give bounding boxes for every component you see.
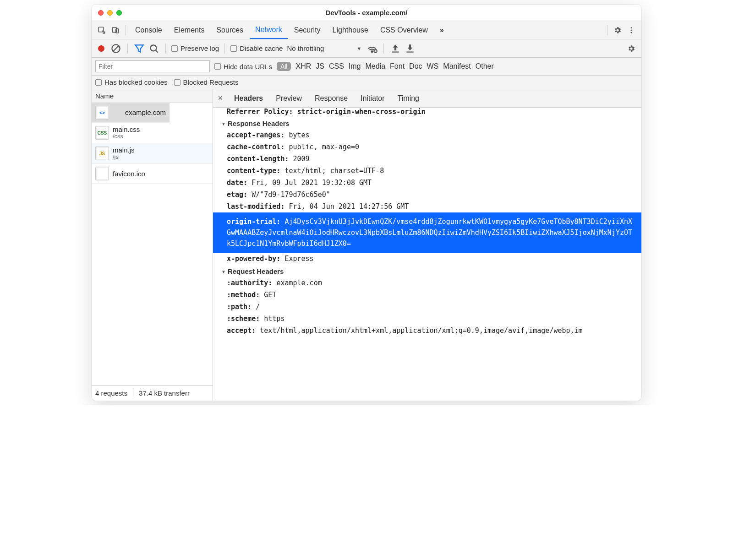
download-har-icon[interactable] xyxy=(404,43,416,54)
divider xyxy=(165,43,166,54)
filter-type-media[interactable]: Media xyxy=(365,62,385,71)
window-title: DevTools - example.com/ xyxy=(92,9,641,16)
settings-icon[interactable] xyxy=(611,24,624,37)
network-conditions-icon[interactable] xyxy=(366,43,378,54)
detail-tab-initiator[interactable]: Initiator xyxy=(354,89,391,107)
checkbox-icon xyxy=(171,45,178,52)
blocked-requests-label: Blocked Requests xyxy=(183,78,239,86)
close-window-icon[interactable] xyxy=(98,10,104,16)
svg-point-3 xyxy=(631,27,632,28)
request-path: /js xyxy=(113,154,135,161)
header-line[interactable]: etag: W/"7d9-179d76c65e0" xyxy=(213,189,641,201)
divider xyxy=(127,43,128,54)
header-line[interactable]: last-modified: Fri, 04 Jun 2021 14:27:56… xyxy=(213,201,641,212)
detail-tab-timing[interactable]: Timing xyxy=(391,89,426,107)
has-blocked-cookies-checkbox[interactable]: Has blocked cookies xyxy=(95,78,168,86)
request-row[interactable]: favicon.ico xyxy=(92,164,213,184)
header-line[interactable]: content-type: text/html; charset=UTF-8 xyxy=(213,165,641,177)
filter-type-css[interactable]: CSS xyxy=(329,62,344,71)
tab-css-overview[interactable]: CSS Overview xyxy=(375,21,433,39)
preserve-log-label: Preserve log xyxy=(181,44,219,52)
throttling-value: No throttling xyxy=(287,44,324,52)
filter-type-font[interactable]: Font xyxy=(390,62,405,71)
request-list-pane: Name <> example.com CSS main.css /css xyxy=(92,89,213,401)
svg-point-7 xyxy=(150,45,156,51)
tab-elements[interactable]: Elements xyxy=(169,21,210,39)
request-row[interactable]: <> example.com xyxy=(92,103,170,123)
status-requests: 4 requests xyxy=(95,389,127,397)
filter-type-other[interactable]: Other xyxy=(476,62,494,71)
devtools-window: DevTools - example.com/ Console Elements… xyxy=(92,5,641,401)
status-transfer: 37.4 kB transferr xyxy=(133,389,190,397)
detail-tab-response[interactable]: Response xyxy=(308,89,354,107)
request-name: main.js xyxy=(113,146,135,154)
divider xyxy=(126,25,126,35)
request-name: favicon.ico xyxy=(113,170,145,178)
response-headers-section[interactable]: Response Headers xyxy=(213,117,641,129)
record-button[interactable] xyxy=(95,43,107,54)
split-pane: Name <> example.com CSS main.css /css xyxy=(92,89,641,401)
header-line[interactable]: :path: / xyxy=(213,301,641,313)
header-line[interactable]: accept: text/html,application/xhtml+xml,… xyxy=(213,325,641,337)
css-icon: CSS xyxy=(95,126,109,140)
detail-tab-preview[interactable]: Preview xyxy=(269,89,308,107)
status-bar: 4 requests 37.4 kB transferr xyxy=(92,385,213,401)
clear-icon[interactable] xyxy=(110,43,122,54)
hide-data-urls-checkbox[interactable]: Hide data URLs xyxy=(214,63,272,71)
header-line[interactable]: origin-trial: Aj4DysCv3VjknU3jJvkDEwnQZK… xyxy=(213,212,641,253)
device-toggle-icon[interactable] xyxy=(109,24,122,37)
header-line[interactable]: :authority: example.com xyxy=(213,277,641,289)
search-icon[interactable] xyxy=(148,43,160,54)
network-settings-icon[interactable] xyxy=(625,42,638,55)
headers-detail[interactable]: Referrer Policy: strict-origin-when-cros… xyxy=(213,108,641,401)
column-header-name[interactable]: Name xyxy=(92,89,213,103)
header-line[interactable]: date: Fri, 09 Jul 2021 19:32:08 GMT xyxy=(213,177,641,189)
checkbox-icon xyxy=(174,79,181,86)
throttling-select[interactable]: No throttling ▼ xyxy=(285,44,363,52)
filter-all-pill[interactable]: All xyxy=(277,62,291,71)
tab-security[interactable]: Security xyxy=(289,21,326,39)
blocked-requests-checkbox[interactable]: Blocked Requests xyxy=(174,78,239,86)
header-line: Referrer Policy: strict-origin-when-cros… xyxy=(213,108,641,117)
request-row[interactable]: CSS main.css /css xyxy=(92,123,213,143)
inspect-icon[interactable] xyxy=(95,24,108,37)
checkbox-icon xyxy=(95,79,102,86)
header-line[interactable]: :method: GET xyxy=(213,289,641,301)
maximize-window-icon[interactable] xyxy=(116,10,122,16)
filter-input[interactable] xyxy=(95,60,210,72)
chevron-down-icon: ▼ xyxy=(357,46,362,51)
svg-point-5 xyxy=(631,32,632,33)
tabs-overflow[interactable]: » xyxy=(434,21,449,39)
filter-type-doc[interactable]: Doc xyxy=(409,62,422,71)
tab-sources[interactable]: Sources xyxy=(211,21,249,39)
tab-network[interactable]: Network xyxy=(250,21,288,39)
request-headers-section[interactable]: Request Headers xyxy=(213,265,641,277)
tab-lighthouse[interactable]: Lighthouse xyxy=(327,21,374,39)
filter-type-manifest[interactable]: Manifest xyxy=(443,62,470,71)
detail-tab-headers[interactable]: Headers xyxy=(228,89,269,107)
preserve-log-checkbox[interactable]: Preserve log xyxy=(171,44,219,52)
document-icon: <> xyxy=(95,106,109,120)
filter-type-xhr[interactable]: XHR xyxy=(295,62,311,71)
filter-type-ws[interactable]: WS xyxy=(427,62,439,71)
header-line[interactable]: cache-control: public, max-age=0 xyxy=(213,141,641,153)
minimize-window-icon[interactable] xyxy=(107,10,113,16)
divider xyxy=(607,25,607,35)
request-row[interactable]: JS main.js /js xyxy=(92,143,213,164)
kebab-menu-icon[interactable] xyxy=(625,24,638,37)
svg-point-8 xyxy=(372,50,373,52)
header-line[interactable]: x-powered-by: Express xyxy=(213,253,641,265)
filter-icon[interactable] xyxy=(133,43,145,54)
titlebar: DevTools - example.com/ xyxy=(92,5,641,21)
header-line[interactable]: :scheme: https xyxy=(213,313,641,325)
network-toolbar: Preserve log Disable cache No throttling… xyxy=(92,39,641,58)
filter-type-img[interactable]: Img xyxy=(349,62,361,71)
disable-cache-checkbox[interactable]: Disable cache xyxy=(230,44,283,52)
header-line[interactable]: accept-ranges: bytes xyxy=(213,129,641,141)
filter-type-js[interactable]: JS xyxy=(316,62,324,71)
header-line[interactable]: content-length: 2009 xyxy=(213,153,641,165)
upload-har-icon[interactable] xyxy=(389,43,401,54)
close-detail-icon[interactable]: × xyxy=(213,93,228,103)
tab-console[interactable]: Console xyxy=(130,21,168,39)
detail-tabs: × Headers Preview Response Initiator Tim… xyxy=(213,89,641,108)
